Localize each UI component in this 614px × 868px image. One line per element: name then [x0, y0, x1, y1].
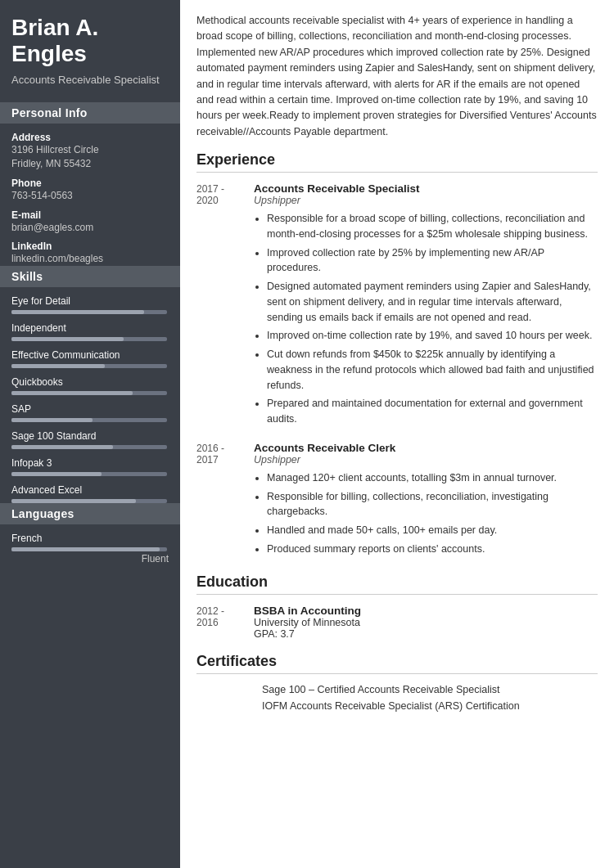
skill-bar-fill	[11, 337, 124, 341]
entry-company: Upshipper	[254, 454, 598, 465]
languages-section-title: Languages	[0, 503, 180, 524]
bullet-item: Cut down refunds from $450k to $225k ann…	[267, 347, 598, 393]
main-content: Methodical accounts receivable specialis…	[180, 0, 614, 868]
bullet-item: Managed 120+ client accounts, totalling …	[267, 470, 598, 486]
entry-content: Accounts Receivable SpecialistUpshipperR…	[254, 182, 598, 430]
bullet-item: Handled and made 50+ calls, 100+ emails …	[267, 523, 598, 538]
personal-info-section-title: Personal Info	[0, 102, 180, 124]
skill-bar-bg	[11, 364, 167, 368]
bullet-item: Improved collection rate by 25% by imple…	[267, 245, 598, 277]
info-label: E-mail	[11, 209, 169, 221]
bullet-item: Designed automated payment reminders usi…	[267, 279, 598, 325]
skill-name: SAP	[11, 403, 169, 415]
education-entry: 2012 -2016BSBA in AccountingUniversity o…	[196, 605, 598, 640]
skill-name: Effective Communication	[11, 349, 169, 361]
skill-bar-fill	[11, 418, 93, 422]
entry-role: Accounts Receivable Specialist	[254, 182, 598, 195]
entry-content: Accounts Receivable ClerkUpshipperManage…	[254, 442, 598, 560]
cert-entries: Sage 100 – Certified Accounts Receivable…	[196, 684, 598, 712]
edu-gpa: GPA: 3.7	[254, 628, 598, 640]
languages-list: FrenchFluent	[11, 533, 169, 564]
skill-bar-fill	[11, 472, 102, 476]
entry-role: Accounts Receivable Clerk	[254, 442, 598, 454]
skill-bar-fill	[11, 391, 133, 395]
info-label: LinkedIn	[11, 241, 169, 252]
skill-bar-bg	[11, 337, 167, 341]
experience-section: Experience 2017 -2020Accounts Receivable…	[196, 151, 598, 560]
edu-content: BSBA in AccountingUniversity of Minnesot…	[254, 605, 598, 640]
candidate-title: Accounts Receivable Specialist	[11, 74, 169, 88]
language-bar-fill	[11, 547, 160, 551]
language-level: Fluent	[11, 553, 169, 564]
skills-list: Eye for DetailIndependentEffective Commu…	[11, 295, 169, 503]
bullet-item: Responsible for billing, collections, re…	[267, 489, 598, 520]
info-value: linkedin.com/beagles	[11, 252, 169, 266]
entry-bullets: Managed 120+ client accounts, totalling …	[254, 470, 598, 557]
skill-bar-bg	[11, 472, 167, 476]
info-label: Address	[11, 132, 169, 143]
language-bar-bg	[11, 547, 167, 551]
skill-name: Infopak 3	[11, 457, 169, 469]
language-name: French	[11, 533, 169, 544]
bullet-item: Prepared and maintained documentation fo…	[267, 396, 598, 427]
skill-name: Sage 100 Standard	[11, 430, 169, 442]
certificates-section: Certificates Sage 100 – Certified Accoun…	[196, 653, 598, 712]
skills-section-title: Skills	[0, 266, 180, 287]
education-section-title: Education	[196, 573, 598, 595]
skill-bar-fill	[11, 364, 105, 368]
info-label: Phone	[11, 178, 169, 189]
entry-dates: 2017 -2020	[196, 182, 254, 430]
edu-dates: 2012 -2016	[196, 605, 254, 640]
experience-entries: 2017 -2020Accounts Receivable Specialist…	[196, 182, 598, 560]
entry-dates: 2016 -2017	[196, 442, 254, 560]
skill-name: Advanced Excel	[11, 484, 169, 496]
bullet-item: Improved on-time collection rate by 19%,…	[267, 328, 598, 344]
bullet-item: Produced summary reports on clients' acc…	[267, 542, 598, 557]
cert-item: IOFM Accounts Receivable Specialist (ARS…	[196, 700, 598, 712]
skill-bar-fill	[11, 310, 144, 314]
experience-entry: 2016 -2017Accounts Receivable ClerkUpshi…	[196, 442, 598, 560]
candidate-name: Brian A. Engles	[11, 15, 169, 67]
experience-entry: 2017 -2020Accounts Receivable Specialist…	[196, 182, 598, 430]
sidebar: Brian A. Engles Accounts Receivable Spec…	[0, 0, 180, 868]
education-entries: 2012 -2016BSBA in AccountingUniversity o…	[196, 605, 598, 640]
info-value: brian@eagles.com	[11, 221, 169, 235]
entry-company: Upshipper	[254, 195, 598, 206]
edu-degree: BSBA in Accounting	[254, 605, 598, 617]
certificates-section-title: Certificates	[196, 653, 598, 674]
skill-bar-bg	[11, 310, 167, 314]
skill-bar-bg	[11, 391, 167, 395]
entry-bullets: Responsible for a broad scope of billing…	[254, 211, 598, 427]
skill-name: Independent	[11, 322, 169, 334]
skill-bar-fill	[11, 445, 113, 449]
skill-bar-bg	[11, 418, 167, 422]
personal-info-fields: Address3196 Hillcrest Circle Fridley, MN…	[11, 132, 169, 266]
experience-section-title: Experience	[196, 151, 598, 173]
skill-name: Eye for Detail	[11, 295, 169, 307]
cert-item: Sage 100 – Certified Accounts Receivable…	[196, 684, 598, 695]
education-section: Education 2012 -2016BSBA in AccountingUn…	[196, 573, 598, 640]
skill-bar-bg	[11, 445, 167, 449]
info-value: 763-514-0563	[11, 189, 169, 203]
bullet-item: Responsible for a broad scope of billing…	[267, 211, 598, 242]
skill-name: Quickbooks	[11, 376, 169, 388]
edu-school: University of Minnesota	[254, 617, 598, 628]
summary-text: Methodical accounts receivable specialis…	[196, 13, 598, 140]
info-value: 3196 Hillcrest Circle Fridley, MN 55432	[11, 143, 169, 171]
